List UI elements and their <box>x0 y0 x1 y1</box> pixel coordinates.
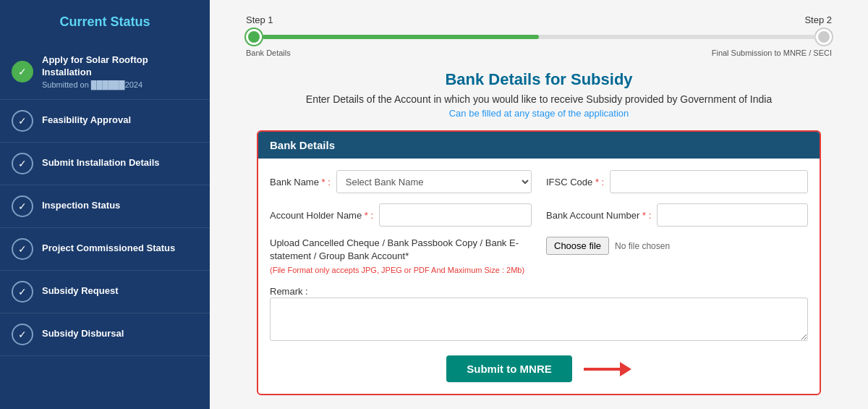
page-note: Can be filled at any stage of the applic… <box>231 108 846 119</box>
upload-note: (File Format only accepts JPG, JPEG or P… <box>270 266 532 274</box>
remark-row: Remark : <box>270 284 808 344</box>
sidebar: Current Status ✓ Apply for Solar Rooftop… <box>0 0 210 409</box>
form-row-bank-ifsc: Bank Name * : Select Bank Name IFSC Code… <box>270 170 808 193</box>
form-header: Bank Details <box>258 132 820 159</box>
page-description: Enter Details of the Account in which yo… <box>231 93 846 105</box>
progress-line <box>262 35 816 39</box>
sidebar-item-label-inspection: Inspection Status <box>42 200 120 212</box>
file-input-wrapper: Choose file No file chosen <box>546 237 670 255</box>
sidebar-item-installation[interactable]: ✓ Submit Installation Details <box>0 143 210 185</box>
main-content: Step 1 Step 2 Bank Details Final Submiss… <box>210 0 868 409</box>
progress-section: Step 1 Step 2 Bank Details Final Submiss… <box>231 14 846 57</box>
submit-button[interactable]: Submit to MNRE <box>446 355 572 382</box>
step1-dot <box>246 29 262 45</box>
form-body: Bank Name * : Select Bank Name IFSC Code… <box>258 159 820 394</box>
sidebar-item-label-installation: Submit Installation Details <box>42 157 160 169</box>
remark-textarea[interactable] <box>270 298 808 341</box>
bank-name-field: Bank Name * : Select Bank Name <box>270 170 532 193</box>
check-icon-project: ✓ <box>12 238 33 260</box>
progress-track <box>246 29 832 45</box>
sidebar-item-label-project: Project Commissioned Status <box>42 243 175 255</box>
remark-label: Remark : <box>270 286 308 297</box>
page-heading: Bank Details for Subsidy <box>231 70 846 89</box>
bank-details-form: Bank Details Bank Name * : Select Bank N… <box>257 130 821 395</box>
step1-sublabel: Bank Details <box>246 49 291 57</box>
sidebar-item-label-apply: Apply for Solar Rooftop Installation <box>42 54 198 79</box>
submit-row: Submit to MNRE <box>270 355 808 382</box>
sidebar-item-inspection[interactable]: ✓ Inspection Status <box>0 185 210 228</box>
sidebar-item-label-feasibility: Feasibility Approval <box>42 114 131 127</box>
sidebar-item-subsidy-disbursal[interactable]: ✓ Subsidy Disbursal <box>0 313 210 356</box>
progress-fill <box>262 35 539 39</box>
sidebar-title: Current Status <box>0 14 210 30</box>
step2-label: Step 2 <box>804 14 832 25</box>
account-holder-input[interactable] <box>379 203 532 227</box>
check-icon-inspection: ✓ <box>12 195 33 217</box>
sidebar-item-label-subsidy-request: Subsidy Request <box>42 285 118 298</box>
form-row-account: Account Holder Name * : Bank Account Num… <box>270 203 808 227</box>
upload-input-section: Choose file No file chosen <box>546 237 808 255</box>
no-file-text: No file chosen <box>615 241 670 251</box>
upload-label: Upload Cancelled Cheque / Bank Passbook … <box>270 237 532 263</box>
ifsc-input[interactable] <box>610 170 808 193</box>
sidebar-item-sub-apply: Submitted on ██████2024 <box>42 80 198 89</box>
bank-account-label: Bank Account Number * : <box>546 210 651 221</box>
account-holder-label: Account Holder Name * : <box>270 210 373 221</box>
steps-sub-labels: Bank Details Final Submission to MNRE / … <box>246 49 832 57</box>
arrow-head <box>620 362 631 376</box>
sidebar-item-label-subsidy-disbursal: Subsidy Disbursal <box>42 328 124 340</box>
sidebar-item-apply-solar[interactable]: ✓ Apply for Solar Rooftop Installation S… <box>0 44 210 100</box>
upload-row: Upload Cancelled Cheque / Bank Passbook … <box>270 237 808 274</box>
ifsc-label: IFSC Code * : <box>546 177 604 187</box>
account-holder-field: Account Holder Name * : <box>270 203 532 227</box>
upload-label-section: Upload Cancelled Cheque / Bank Passbook … <box>270 237 532 274</box>
check-icon-subsidy-request: ✓ <box>12 281 33 303</box>
bank-name-select[interactable]: Select Bank Name <box>336 170 532 193</box>
sidebar-item-subsidy-request[interactable]: ✓ Subsidy Request <box>0 271 210 313</box>
bank-account-field: Bank Account Number * : <box>546 203 808 227</box>
arrow-line <box>584 368 620 371</box>
sidebar-item-project[interactable]: ✓ Project Commissioned Status <box>0 228 210 271</box>
choose-file-button[interactable]: Choose file <box>546 237 609 255</box>
check-icon-subsidy-disbursal: ✓ <box>12 324 33 345</box>
sidebar-item-feasibility[interactable]: ✓ Feasibility Approval <box>0 100 210 143</box>
bank-name-label: Bank Name * : <box>270 177 331 187</box>
bank-account-input[interactable] <box>657 203 808 227</box>
check-icon-installation: ✓ <box>12 153 33 174</box>
check-icon-apply: ✓ <box>12 61 33 83</box>
step2-dot <box>816 29 832 45</box>
step1-label: Step 1 <box>246 14 273 25</box>
step2-sublabel: Final Submission to MNRE / SECI <box>712 49 832 57</box>
arrow-indicator <box>584 362 631 376</box>
ifsc-field: IFSC Code * : <box>546 170 808 193</box>
check-icon-feasibility: ✓ <box>12 110 33 132</box>
